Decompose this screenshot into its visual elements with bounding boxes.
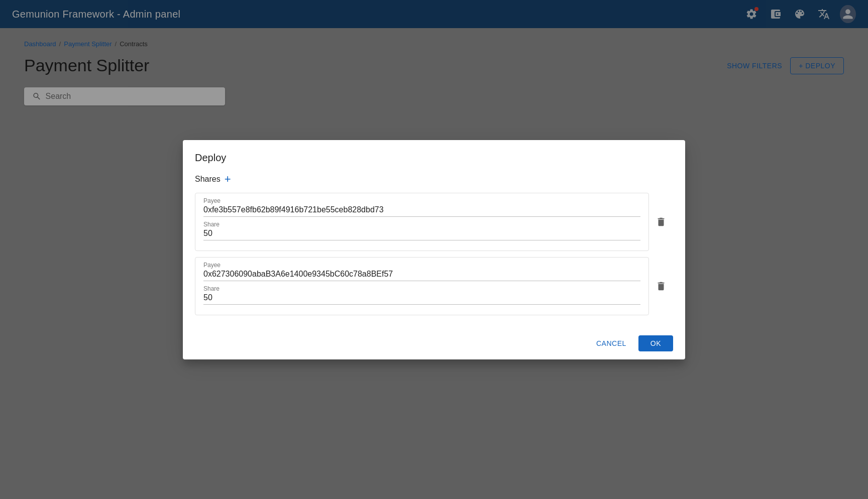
delete-icon-1 [656, 216, 667, 227]
cancel-button[interactable]: CANCEL [588, 335, 634, 351]
payee-field-group-2: Payee 0x627306090abaB3A6e1400e9345bC60c7… [203, 262, 640, 281]
dialog-footer: CANCEL OK [183, 327, 685, 359]
delete-icon-2 [656, 281, 667, 292]
share-value-1: 50 [203, 229, 640, 240]
payee-field-group-1: Payee 0xfe3b557e8fb62b89f4916b721be55ceb… [203, 197, 640, 217]
payee-value-2: 0x627306090abaB3A6e1400e9345bC60c78a8BEf… [203, 270, 640, 281]
payee-label-1: Payee [203, 197, 640, 204]
payee-label-2: Payee [203, 262, 640, 269]
share-label-1: Share [203, 221, 640, 228]
delete-entry-1-button[interactable] [654, 214, 669, 229]
modal-overlay: Deploy Shares + Payee 0xfe3b557e8fb62b89… [0, 0, 868, 499]
share-field-group-1: Share 50 [203, 221, 640, 240]
delete-col-1 [649, 193, 673, 251]
shares-label: Shares [195, 175, 221, 184]
share-entries: Payee 0xfe3b557e8fb62b89f4916b721be55ceb… [195, 193, 673, 315]
ok-button[interactable]: OK [638, 335, 673, 351]
dialog-title: Deploy [183, 152, 685, 174]
delete-entry-2-button[interactable] [654, 279, 669, 294]
table-row: Payee 0xfe3b557e8fb62b89f4916b721be55ceb… [195, 193, 673, 251]
deploy-dialog: Deploy Shares + Payee 0xfe3b557e8fb62b89… [183, 140, 685, 359]
dialog-body: Shares + Payee 0xfe3b557e8fb62b89f4916b7… [183, 174, 685, 315]
share-label-2: Share [203, 285, 640, 292]
share-entry-1: Payee 0xfe3b557e8fb62b89f4916b721be55ceb… [195, 193, 649, 251]
shares-header: Shares + [195, 174, 673, 185]
add-share-button[interactable]: + [225, 174, 231, 185]
share-value-2: 50 [203, 293, 640, 305]
delete-col-2 [649, 257, 673, 315]
table-row: Payee 0x627306090abaB3A6e1400e9345bC60c7… [195, 257, 673, 315]
share-field-group-2: Share 50 [203, 285, 640, 305]
payee-value-1: 0xfe3b557e8fb62b89f4916b721be55ceb828dbd… [203, 205, 640, 217]
share-entry-2: Payee 0x627306090abaB3A6e1400e9345bC60c7… [195, 257, 649, 315]
